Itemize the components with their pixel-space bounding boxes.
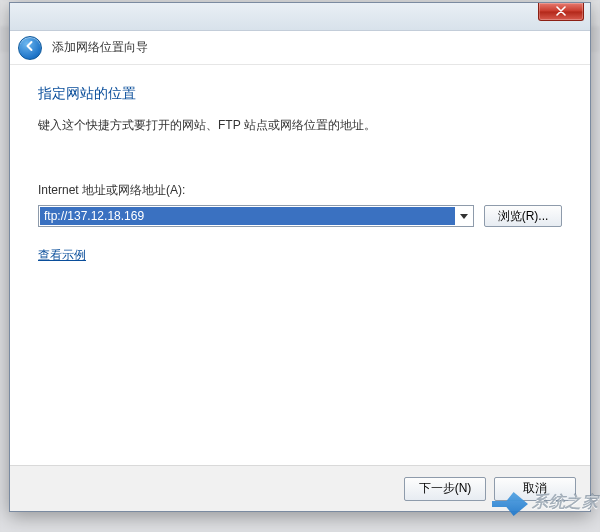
chevron-down-icon <box>460 209 468 223</box>
page-description: 键入这个快捷方式要打开的网站、FTP 站点或网络位置的地址。 <box>38 117 562 134</box>
arrow-left-icon <box>24 40 36 55</box>
wizard-window: 添加网络位置向导 指定网站的位置 键入这个快捷方式要打开的网站、FTP 站点或网… <box>9 2 591 512</box>
address-label: Internet 地址或网络地址(A): <box>38 182 562 199</box>
close-icon <box>556 5 566 19</box>
next-button[interactable]: 下一步(N) <box>404 477 486 501</box>
view-example-link[interactable]: 查看示例 <box>38 247 86 264</box>
back-button[interactable] <box>18 36 42 60</box>
dropdown-arrow[interactable] <box>455 209 473 223</box>
cancel-button[interactable]: 取消 <box>494 477 576 501</box>
address-combobox[interactable] <box>38 205 474 227</box>
browse-button[interactable]: 浏览(R)... <box>484 205 562 227</box>
wizard-title: 添加网络位置向导 <box>52 39 148 56</box>
page-heading: 指定网站的位置 <box>38 85 562 103</box>
close-button[interactable] <box>538 3 584 21</box>
titlebar <box>10 3 590 31</box>
address-input[interactable] <box>40 207 455 225</box>
content-area: 指定网站的位置 键入这个快捷方式要打开的网站、FTP 站点或网络位置的地址。 I… <box>10 65 590 465</box>
address-row: 浏览(R)... <box>38 205 562 227</box>
header-strip: 添加网络位置向导 <box>10 31 590 65</box>
footer: 下一步(N) 取消 系统之家 <box>10 465 590 511</box>
